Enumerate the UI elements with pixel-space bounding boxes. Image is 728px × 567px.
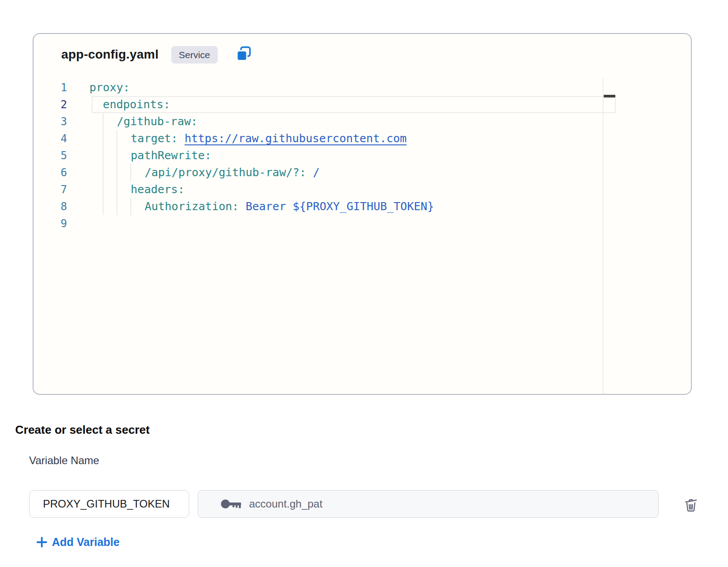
indent-space	[89, 198, 103, 215]
code-line-content: headers:	[74, 181, 185, 198]
code-line-2[interactable]: 2endpoints:	[34, 96, 691, 113]
line-number: 1	[34, 79, 74, 96]
add-variable-button[interactable]: Add Variable	[37, 534, 119, 550]
indent-guide	[103, 198, 117, 215]
code-line-3[interactable]: 3/github-raw:	[34, 113, 691, 130]
secret-select-value: account.gh_pat	[249, 498, 322, 510]
code-token-key: pathRewrite:	[131, 147, 212, 164]
code-token-link: https://raw.githubusercontent.com	[185, 130, 407, 147]
key-icon	[220, 498, 242, 510]
code-line-content: Authorization: Bearer ${PROXY_GITHUB_TOK…	[74, 198, 434, 215]
code-token-key: endpoints:	[103, 96, 170, 113]
page: app-config.yaml Service 1proxy:2endpoint…	[0, 0, 728, 567]
indent-space	[89, 113, 103, 130]
line-number: 8	[34, 198, 74, 215]
indent-space	[89, 96, 103, 113]
code-token-key: /api/proxy/github-raw/?:	[144, 164, 306, 181]
code-token-value: Bearer ${PROXY_GITHUB_TOKEN}	[245, 198, 434, 215]
code-line-content: proxy:	[74, 79, 130, 96]
editor-scrollbar-track	[603, 78, 603, 394]
indent-guide	[117, 147, 131, 164]
code-token-plain	[306, 164, 313, 181]
service-badge: Service	[171, 46, 218, 63]
code-line-content: /github-raw:	[74, 113, 198, 130]
line-number: 5	[34, 147, 74, 164]
copy-icon	[236, 46, 252, 63]
line-number: 2	[34, 96, 74, 113]
code-token-plain	[239, 198, 245, 215]
line-number: 4	[34, 130, 74, 147]
line-number: 7	[34, 181, 74, 198]
code-line-5[interactable]: 5pathRewrite:	[34, 147, 691, 164]
indent-space	[89, 181, 103, 198]
indent-guide	[103, 113, 117, 130]
add-variable-label: Add Variable	[52, 536, 119, 549]
line-number: 9	[34, 215, 74, 232]
indent-guide	[117, 181, 131, 198]
code-line-6[interactable]: 6/api/proxy/github-raw/?: /	[34, 164, 691, 181]
code-line-content	[74, 215, 89, 232]
code-line-4[interactable]: 4target: https://raw.githubusercontent.c…	[34, 130, 691, 147]
secret-heading: Create or select a secret	[15, 423, 150, 437]
code-token-plain	[178, 130, 185, 147]
indent-guide	[103, 181, 117, 198]
line-number: 6	[34, 164, 74, 181]
card-header: app-config.yaml Service	[61, 45, 252, 64]
code-line-content: pathRewrite:	[74, 147, 212, 164]
secret-select[interactable]: account.gh_pat	[198, 490, 659, 518]
code-line-content: target: https://raw.githubusercontent.co…	[74, 130, 406, 147]
copy-button[interactable]	[236, 47, 252, 63]
indent-guide	[103, 164, 117, 181]
line-number: 3	[34, 113, 74, 130]
config-editor-card: app-config.yaml Service 1proxy:2endpoint…	[33, 33, 692, 395]
code-token-key: target:	[131, 130, 178, 147]
code-line-1[interactable]: 1proxy:	[34, 79, 691, 96]
indent-guide	[131, 198, 144, 215]
editor-scrollbar-thumb[interactable]	[604, 95, 615, 97]
indent-guide	[103, 130, 117, 147]
indent-space	[89, 147, 103, 164]
plus-icon	[37, 537, 47, 547]
indent-space	[89, 164, 103, 181]
code-token-value: /	[313, 164, 320, 181]
code-line-7[interactable]: 7headers:	[34, 181, 691, 198]
code-line-content: endpoints:	[74, 96, 170, 113]
indent-guide	[131, 164, 144, 181]
filename-title: app-config.yaml	[61, 47, 159, 62]
code-token-key: proxy:	[89, 79, 130, 96]
code-line-content: /api/proxy/github-raw/?: /	[74, 164, 320, 181]
variable-name-input[interactable]	[29, 490, 189, 518]
indent-guide	[103, 147, 117, 164]
code-token-key: Authorization:	[144, 198, 239, 215]
indent-space	[89, 130, 103, 147]
indent-guide	[117, 130, 131, 147]
code-line-8[interactable]: 8Authorization: Bearer ${PROXY_GITHUB_TO…	[34, 198, 691, 215]
variable-name-label: Variable Name	[29, 454, 99, 467]
code-line-9[interactable]: 9	[34, 215, 691, 232]
delete-variable-button[interactable]	[681, 495, 700, 514]
code-token-key: headers:	[131, 181, 184, 198]
code-token-key: /github-raw:	[117, 113, 198, 130]
trash-icon	[682, 496, 699, 514]
indent-guide	[117, 198, 131, 215]
indent-guide	[117, 164, 131, 181]
yaml-editor[interactable]: 1proxy:2endpoints:3/github-raw:4target: …	[34, 79, 691, 232]
